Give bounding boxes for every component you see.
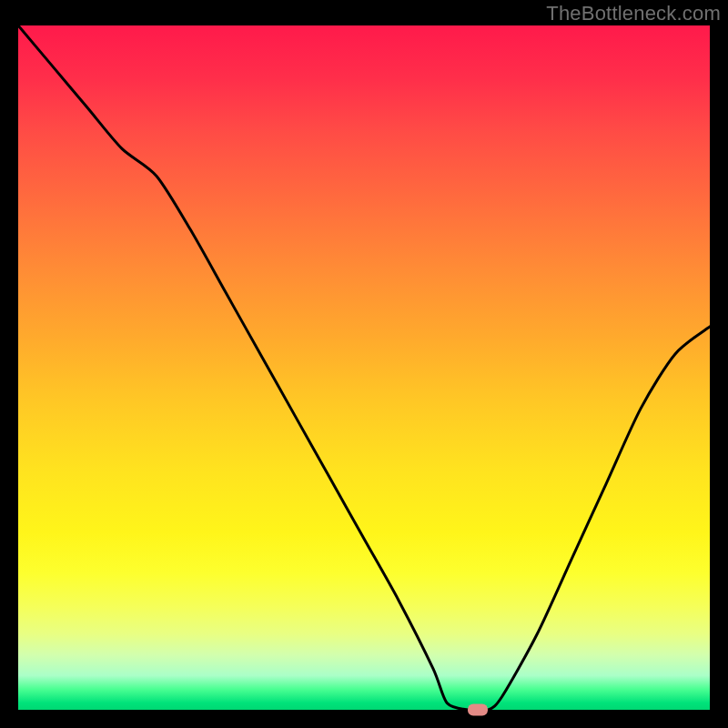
watermark-text: TheBottleneck.com <box>546 2 721 25</box>
minimum-marker <box>468 704 488 716</box>
plot-area <box>18 25 710 710</box>
chart-frame: TheBottleneck.com <box>0 0 728 728</box>
bottleneck-curve <box>18 25 710 710</box>
